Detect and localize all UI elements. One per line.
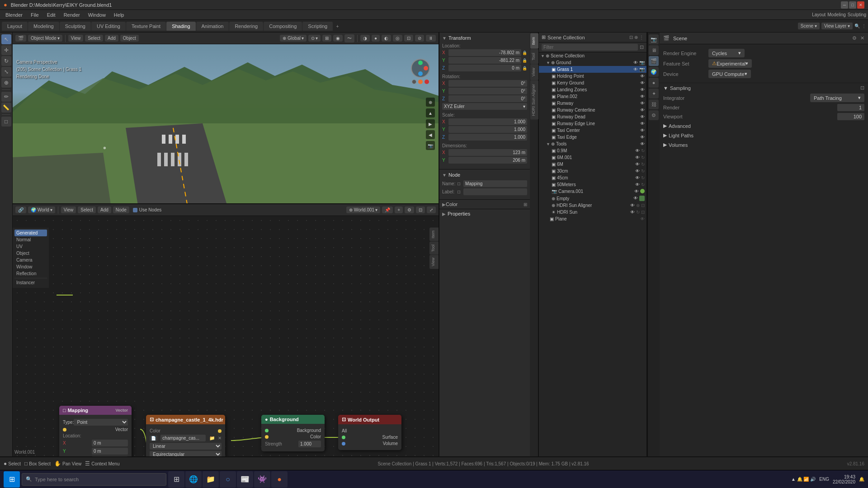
tab-shading[interactable]: Shading [166,22,195,31]
measure-tool[interactable]: 📏 [1,103,11,113]
loc-x-lock[interactable]: 🔒 [522,51,527,55]
node-panel-arrow[interactable]: ▼ [442,173,447,178]
render-samples-value[interactable]: 1 [837,104,864,111]
node-name-input[interactable] [463,180,527,187]
tree-runway[interactable]: ▣ Runway 👁 [539,100,646,107]
advanced-toggle[interactable]: ▶ Advanced [660,121,868,131]
hdrisal-lock-icon[interactable]: ⊕ [636,203,640,208]
empty-hide-icon[interactable]: 👁 [633,196,638,201]
viewport-shading[interactable]: ⊘ [415,35,424,42]
6m001-hide-icon[interactable]: 👁 [635,155,640,160]
hdrisun-hide-icon[interactable]: 👁 [630,210,635,215]
render-mode-render[interactable]: ◐ [382,35,391,42]
move-tool[interactable]: ✛ [1,45,11,55]
rwy-hide-icon[interactable]: 👁 [640,101,645,106]
loc-z-lock[interactable]: 🔒 [522,66,527,70]
texture-file-clear[interactable]: ✕ [218,436,222,441]
light-paths-toggle[interactable]: ▶ Light Paths [660,131,868,140]
tree-ground[interactable]: ▼ ⊕ Ground 👁 📷 [539,59,646,66]
hdrisun-vis-icon[interactable]: ⊡ [641,210,645,215]
task-view-button[interactable]: ⊞ [168,471,184,488]
transform-pivot[interactable]: ⊙ [308,35,321,42]
tree-kerry-ground[interactable]: ▣ Kerry Ground 👁 [539,80,646,86]
grass-hide-icon[interactable]: 👁 [633,67,638,72]
coord-reflection[interactable]: Reflection [14,270,47,277]
tree-0.9m[interactable]: ▣ 0.9M 👁 ↻ [539,147,646,154]
minimize-button[interactable]: ─ [841,1,848,9]
taxie-hide-icon[interactable]: 👁 [640,135,645,140]
tree-empty[interactable]: ⊕ Empty 👁 [539,195,646,202]
kg-hide-icon[interactable]: 👁 [640,80,645,85]
nsp-tool-tab[interactable]: Tool [429,242,439,255]
modifiers-btn[interactable]: ⚙ [649,110,659,120]
tree-runway-edge[interactable]: ▣ Runway Edge Line 👁 [539,120,646,127]
location-z-input[interactable] [448,65,521,71]
tree-taxi-center[interactable]: ▣ Taxi Center 👁 [539,127,646,134]
coord-instancer[interactable]: Instancer [14,279,47,286]
6m-cycle-icon[interactable]: ↻ [641,162,645,167]
coord-generated[interactable]: Generated [14,230,47,236]
menu-edit[interactable]: Edit [43,11,59,19]
hdri-tab[interactable]: HDRI Sun Aligner [530,80,538,120]
tab-animation[interactable]: Animation [196,22,229,31]
sampling-toggle[interactable]: ▼ Sampling ⊡ [660,83,868,93]
title-bar-controls[interactable]: ─ □ ✕ [841,1,864,9]
pause-render[interactable]: ⏸ [426,35,436,42]
node-add-menu[interactable]: Add [98,206,111,213]
tab-rendering[interactable]: Rendering [229,22,263,31]
tools-hide-icon[interactable]: 👁 [640,141,645,146]
cam001-hide-icon[interactable]: 👁 [634,189,639,194]
coord-camera[interactable]: Camera [14,257,47,263]
notifications-icon[interactable]: 🔔 [859,477,864,482]
scene-filter-options[interactable]: ⊡ [640,44,644,50]
rwycl-hide-icon[interactable]: 👁 [640,108,645,113]
tree-camera001[interactable]: 📷 Camera.001 👁 [539,188,646,195]
gizmo-highlight[interactable] [418,80,423,84]
scene-filter-icon[interactable]: ⊡ [629,35,633,40]
hdrisal-hide-icon[interactable]: 👁 [630,203,635,208]
render-mode-solid[interactable]: ◑ [360,35,370,42]
taxic-hide-icon[interactable]: 👁 [640,128,645,133]
pan-view-status-btn[interactable]: ✋ Pan View [54,460,81,467]
camera-view-button[interactable]: 📷 [426,141,435,150]
overlay-toggle[interactable]: ◎ [393,35,402,42]
select-tool[interactable]: ↖ [1,34,11,44]
45cm-cycle-icon[interactable]: ↻ [641,175,645,180]
menu-help[interactable]: Help [110,11,128,19]
rotation-y-input[interactable] [448,88,527,94]
material-btn[interactable]: ● [649,78,659,88]
device-dropdown[interactable]: GPU Compute ▾ [708,70,751,78]
add-tab-button[interactable]: + [333,23,341,30]
node-canvas[interactable]: Generated Normal UV Object Camera Window… [13,216,439,456]
node-node-menu[interactable]: Node [113,206,129,213]
volumes-toggle[interactable]: ▶ Volumes [660,140,868,150]
tree-plane[interactable]: ▣ Plane 👁 [539,216,646,222]
node-world-select[interactable]: ⊕ World.001 [346,206,380,213]
sampling-options-icon[interactable]: ⊡ [860,85,864,91]
plane-hide-icon[interactable]: 👁 [640,216,645,221]
use-nodes-checkbox[interactable] [133,208,137,212]
tab-compositing[interactable]: Compositing [264,22,302,31]
tab-modeling[interactable]: Modeling [28,22,59,31]
09m-hide-icon[interactable]: 👁 [635,148,640,153]
taskbar-app2[interactable]: 👾 [254,471,270,488]
properties-arrow[interactable]: ▶ [442,211,446,216]
node-world-dropdown[interactable]: 🌍 World [28,206,55,213]
tree-hdri-sun[interactable]: ☀ HDRI Sun 👁 ↻ ⊡ [539,209,646,216]
menu-render[interactable]: Render [60,11,84,19]
scene-sync-icon[interactable]: ⊕ [634,35,638,40]
start-button[interactable]: ⊞ [4,471,20,488]
tree-30cm[interactable]: ▣ 30cm 👁 ↻ [539,168,646,174]
grass-render-icon[interactable]: 📷 [639,67,645,72]
50m-cycle-icon[interactable]: ↻ [641,182,645,187]
node-overlay[interactable]: ⊡ [416,206,425,213]
mapping-loc-x[interactable] [92,440,128,446]
zoom-to-fit-button[interactable]: ⊕ [426,98,435,107]
coord-object[interactable]: Object [14,250,47,257]
transform-arrow[interactable]: ▼ [442,36,447,41]
taskbar-app1[interactable]: 📰 [237,471,253,488]
tree-grass1[interactable]: ▣ Grass 1 👁 📷 [539,66,646,73]
transform-tool[interactable]: ⊕ [1,78,11,88]
particles-btn[interactable]: ✦ [649,89,659,99]
search-box[interactable]: 🔍 Type here to search [22,473,166,486]
